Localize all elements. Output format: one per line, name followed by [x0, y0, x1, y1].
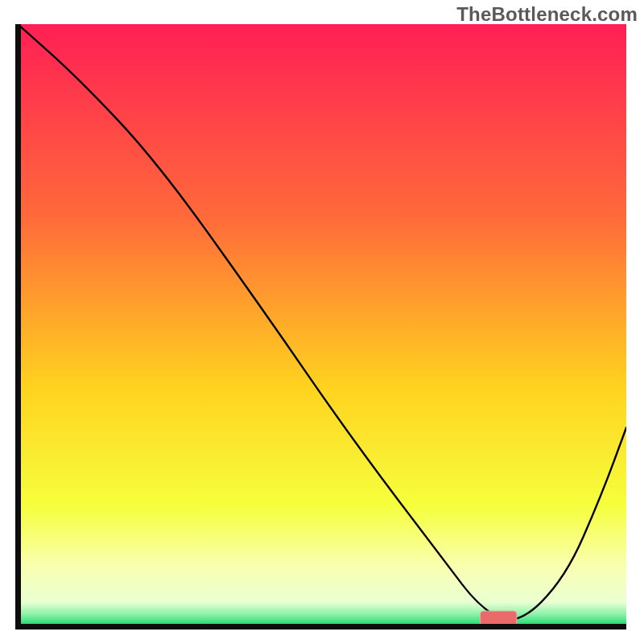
chart-background-gradient	[18, 24, 626, 626]
chart-frame: { "watermark": "TheBottleneck.com", "col…	[0, 0, 644, 644]
chart-svg	[0, 0, 644, 644]
